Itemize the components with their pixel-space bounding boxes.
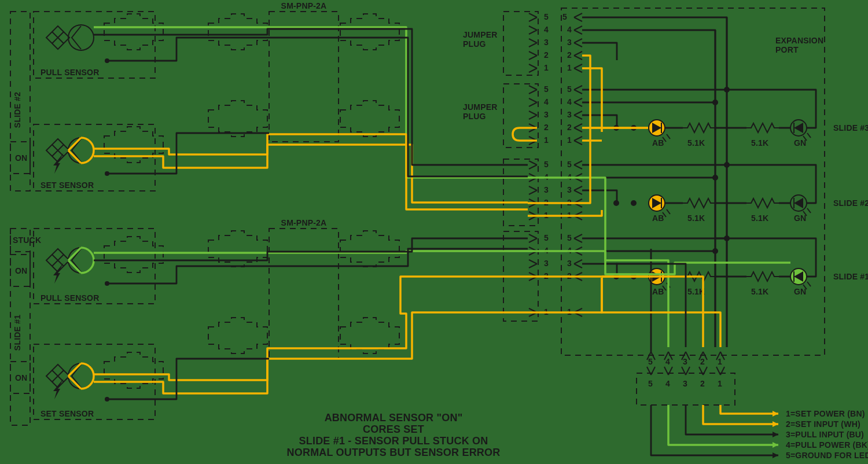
svg-text:4: 4 (567, 25, 572, 34)
svg-text:JUMPERPLUG: JUMPERPLUG (463, 102, 498, 121)
svg-text:3: 3 (544, 38, 549, 47)
svg-text:AB: AB (652, 213, 664, 223)
left-conn-col: 5 4 3 2 1 5 4 3 2 1 5 4 3 2 1 5 4 3 2 1 (503, 12, 549, 321)
svg-text:4: 4 (544, 97, 549, 106)
legend-4: 4=PULL POWER (BK) (786, 440, 868, 450)
svg-point-95 (724, 162, 730, 168)
slide2-pull-sensor: PULL SENSOR (34, 12, 163, 78)
svg-text:4: 4 (567, 97, 572, 106)
svg-text:1: 1 (718, 357, 722, 366)
svg-text:5: 5 (544, 84, 549, 94)
svg-text:CORES SET: CORES SET (363, 424, 424, 435)
svg-point-101 (613, 200, 619, 206)
svg-text:4: 4 (665, 357, 670, 366)
svg-point-94 (724, 87, 730, 93)
svg-text:1: 1 (544, 135, 549, 145)
expansion-label: EXPANSIONPORT (775, 36, 823, 54)
legend-3: 3=PULL INPUT (BU) (786, 430, 864, 439)
svg-rect-22 (269, 229, 339, 359)
jumper-label: JUMPERPLUG (463, 30, 498, 49)
slide1-row: AB 5.1K 5.1K GN SLIDE #1 (649, 268, 868, 296)
svg-point-98 (712, 175, 718, 181)
svg-text:1: 1 (567, 135, 572, 145)
label-slide3: SLIDE #3 (833, 123, 868, 132)
svg-text:PULL SENSOR: PULL SENSOR (41, 293, 100, 303)
svg-text:4: 4 (665, 379, 670, 388)
svg-text:SM-PNP-2A: SM-PNP-2A (281, 218, 327, 227)
svg-text:SM-PNP-2A: SM-PNP-2A (281, 1, 327, 10)
svg-text:ON: ON (15, 266, 27, 275)
svg-text:5.1K: 5.1K (751, 287, 768, 296)
svg-text:GN: GN (794, 138, 806, 148)
svg-text:SLIDE #2: SLIDE #2 (833, 198, 868, 208)
diagram-title: ABNORMAL SENSOR "ON" CORES SET SLIDE #1 … (287, 412, 501, 458)
svg-text:GN: GN (794, 213, 806, 223)
svg-text:2: 2 (567, 50, 572, 60)
label-on: ON (15, 153, 27, 163)
svg-text:2: 2 (700, 357, 705, 366)
svg-text:AB: AB (652, 287, 664, 296)
svg-point-99 (712, 248, 718, 254)
svg-text:NORMAL OUTPUTS BUT SENSOR ERRO: NORMAL OUTPUTS BUT SENSOR ERROR (287, 447, 501, 458)
jumper-plug-1: JUMPERPLUG (463, 12, 538, 75)
legend-2: 2=SET INPUT (WH) (786, 419, 860, 429)
slide3-row: AB 5.1K 5.1K GN SLIDE #3 (649, 120, 868, 148)
slide1-pull-sensor: STUCK ON PULL SENSOR (10, 229, 163, 304)
svg-text:1: 1 (718, 379, 722, 388)
svg-rect-20 (269, 12, 339, 142)
svg-text:3: 3 (567, 110, 572, 119)
svg-text:2: 2 (544, 123, 549, 132)
svg-text:2: 2 (544, 50, 549, 60)
svg-point-97 (712, 100, 718, 105)
svg-text:5: 5 (562, 12, 567, 21)
svg-text:3: 3 (544, 185, 549, 194)
svg-text:5: 5 (567, 84, 572, 94)
svg-point-104 (631, 200, 637, 206)
adapter-top: SM-PNP-2A (208, 1, 399, 142)
svg-text:5: 5 (567, 160, 572, 169)
svg-text:2: 2 (700, 379, 705, 388)
svg-text:3: 3 (567, 259, 572, 268)
label-slide2: SLIDE #2 (13, 92, 22, 128)
svg-text:GN: GN (794, 287, 806, 296)
svg-text:2: 2 (567, 123, 572, 132)
svg-text:SET SENSOR: SET SENSOR (41, 409, 94, 418)
label-stuck: STUCK (13, 235, 41, 245)
svg-text:SLIDE #1: SLIDE #1 (833, 272, 868, 281)
svg-rect-106 (637, 373, 735, 405)
svg-text:1: 1 (544, 63, 549, 72)
svg-text:1: 1 (567, 63, 572, 72)
adapter-bottom: SM-PNP-2A (208, 218, 399, 359)
svg-text:4: 4 (544, 25, 549, 34)
svg-text:3: 3 (683, 379, 687, 388)
svg-text:3: 3 (567, 38, 572, 47)
wiring-diagram: PULL SENSOR SLIDE #2 ON SET SENSOR SLIDE… (0, 0, 868, 464)
svg-text:3: 3 (683, 357, 687, 366)
svg-text:ON: ON (15, 373, 27, 382)
jumper-plug-2: JUMPERPLUG (463, 84, 538, 148)
legend-connector: 5 4 3 2 1 1=SET POWER (BN) 2=SET INPUT (… (637, 367, 868, 460)
svg-text:3: 3 (567, 185, 572, 194)
svg-text:5: 5 (567, 233, 572, 242)
svg-text:5.1K: 5.1K (751, 138, 768, 148)
svg-text:5: 5 (544, 233, 549, 242)
svg-text:5.1K: 5.1K (687, 138, 705, 148)
legend-1: 1=SET POWER (BN) (786, 409, 865, 418)
legend-5: 5=GROUND FOR LED (GY) (786, 451, 868, 460)
svg-text:5: 5 (648, 379, 653, 388)
slide2-set-sensor: ON SET SENSOR (10, 124, 163, 191)
svg-text:SLIDE #1 - SENSOR PULL STUCK O: SLIDE #1 - SENSOR PULL STUCK ON (299, 435, 488, 447)
svg-text:AB: AB (652, 138, 664, 148)
label-set-sensor: SET SENSOR (41, 181, 94, 190)
svg-text:5.1K: 5.1K (751, 213, 768, 223)
svg-text:3: 3 (544, 110, 549, 119)
svg-text:5: 5 (648, 357, 653, 366)
slide2-row: AB 5.1K 5.1K GN SLIDE #2 (649, 195, 868, 223)
svg-text:ABNORMAL SENSOR "ON": ABNORMAL SENSOR "ON" (325, 412, 463, 424)
svg-text:5: 5 (544, 160, 549, 169)
svg-point-96 (724, 235, 730, 241)
svg-text:3: 3 (544, 259, 549, 268)
label-pull-sensor: PULL SENSOR (41, 68, 100, 77)
svg-text:5.1K: 5.1K (687, 213, 705, 223)
label-slide1: SLIDE #1 (13, 315, 22, 351)
